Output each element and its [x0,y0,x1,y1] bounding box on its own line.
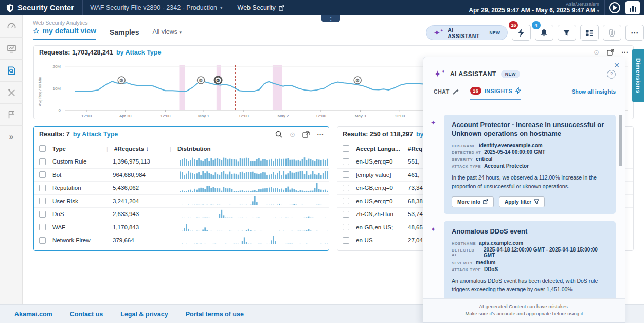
insight-title: Anomalous DDoS event [452,227,608,236]
action-toolbar: ✦✦ AI ASSISTANT NEW 16 4 ⋯ [426,25,644,41]
dimensions-panel-tab[interactable]: Dimensions [632,49,644,102]
table-row[interactable]: Custom Rule1,396,975,113 [34,155,329,169]
row-checkbox[interactable] [343,198,349,204]
chart-groupby-link[interactable]: by Attack Type [116,49,162,56]
table-more-icon[interactable]: ⋯ [317,131,324,138]
select-all-checkbox[interactable] [39,145,46,152]
filter-button[interactable] [558,25,576,41]
monitor-chart-icon [7,44,16,53]
close-icon[interactable]: ✕ [614,61,620,69]
insights-scrollbar[interactable] [619,115,622,166]
sparkle-icon: ✦✦ [434,69,445,79]
sidebar-item-web-security-analytics[interactable] [0,60,23,82]
gear-marker-icon[interactable]: ⚙ [199,78,203,83]
lightning-icon [515,87,521,94]
column-requests[interactable]: #Requests ↓ [108,146,170,152]
all-views-dropdown[interactable]: All views ▾ [152,28,182,40]
row-checkbox[interactable] [343,185,349,191]
sidebar-item-monitor[interactable] [0,38,23,60]
sidebar-item-flag[interactable] [0,104,23,126]
row-checkbox[interactable] [343,158,349,165]
footer-link-legal-privacy[interactable]: Legal & privacy [120,311,168,318]
row-checkbox[interactable] [343,211,349,218]
row-checkbox[interactable] [39,158,46,165]
meta-value: 2025-04-18 12:00:00 GMT - 2025-04-18 15:… [484,247,608,258]
row-checkbox[interactable] [39,198,46,204]
tab-samples[interactable]: Samples [110,28,139,40]
footer-link-contact-us[interactable]: Contact us [70,311,103,318]
requests-cell: 2,633,943 [106,211,173,217]
alerts-count-badge: 4 [532,21,541,29]
row-checkbox[interactable] [343,171,349,178]
tab-chat[interactable]: CHAT [434,88,459,99]
column-distribution[interactable]: Distribution [171,146,211,152]
meta-label: SEVERITY [452,261,473,265]
sidebar-expand-button[interactable]: » [0,126,23,148]
insights-button[interactable]: 16 [512,25,530,41]
requests-cell: 964,680,984 [106,172,173,178]
external-link-icon [279,5,284,11]
insight-card[interactable]: Anomalous DDoS eventHOSTNAMEapis.example… [444,221,616,298]
sidebar-item-tools[interactable] [0,82,23,104]
more-options-button[interactable]: ⋯ [625,25,644,41]
apply-filter-button[interactable]: Apply filter [499,196,545,207]
export-icon[interactable] [302,131,310,138]
row-checkbox[interactable] [39,211,46,218]
insights-count-badge: 16 [470,87,481,95]
ai-assistant-button[interactable]: ✦✦ AI ASSISTANT NEW [426,25,508,40]
gear-marker-icon[interactable]: ⚙ [216,78,221,83]
column-requests[interactable]: #Req [405,146,422,152]
ai-disclaimer: AI-generated Content can have mistakes. … [423,298,625,323]
footer-link-portal-terms-of-use[interactable]: Portal terms of use [186,311,244,318]
filter-funnel-icon [534,199,539,204]
help-icon[interactable]: ? [607,70,616,79]
table-row[interactable]: Reputation5,436,062 [34,182,329,195]
insight-card[interactable]: Account Protector - Increase in unsucces… [444,115,616,214]
attachments-button[interactable] [603,25,621,41]
show-all-insights-link[interactable]: Show all insights [571,88,616,99]
collapse-topbar-tab[interactable]: ⌄⌄ [321,15,340,22]
product-selector[interactable]: WAF Security File v2890 - 2342 - Product… [83,4,229,11]
row-checkbox[interactable] [39,224,46,230]
column-type[interactable]: Type [46,146,106,152]
requests-cell: 1,396,975,113 [106,158,173,165]
sparkle-icon: ✦ [431,226,436,233]
attack-type-cell: Reputation [46,185,106,191]
table-row[interactable]: Network Firew379,664 [34,234,329,247]
sidebar-item-dashboard[interactable] [0,15,23,38]
row-checkbox[interactable] [39,237,46,244]
export-icon[interactable] [607,49,614,56]
row-checkbox[interactable] [343,224,349,230]
table-row[interactable]: Bot964,680,984 [34,169,329,182]
web-security-link[interactable]: Web Security [230,4,292,11]
select-all-checkbox[interactable] [343,145,349,152]
gear-marker-icon[interactable]: ⚙ [355,78,360,83]
row-checkbox[interactable] [39,171,46,178]
svg-text:12:00: 12:00 [160,114,171,118]
row-checkbox[interactable] [343,237,349,244]
search-icon[interactable] [275,131,282,138]
tab-insights[interactable]: 16 INSIGHTS [470,87,521,100]
zoom-out-icon[interactable]: ⊙ [594,48,600,56]
attack-type-cell: Bot [46,172,106,178]
table-row[interactable]: User Risk3,241,204 [34,195,329,208]
chart-more-icon[interactable]: ⋯ [621,48,628,56]
play-button[interactable] [609,2,620,13]
table-row[interactable]: DoS2,633,943 [34,208,329,221]
table-row[interactable]: WAF1,170,843 [34,221,329,235]
date-range-picker[interactable]: Apr 29, 2025 9:47 AM - May 6, 2025 9:47 … [469,7,599,14]
column-accept-language[interactable]: Accept Langu... [349,146,405,152]
table-groupby-link[interactable]: by Attack Type [73,131,118,138]
row-checkbox[interactable] [39,185,46,191]
notifications-button[interactable]: 4 [535,25,553,41]
layout-button[interactable] [580,25,599,41]
tab-my-default-view[interactable]: ☆ my default view [33,27,96,40]
footer-link-akamai-com[interactable]: Akamai.com [14,311,52,318]
attack-type-cell: Custom Rule [46,158,106,165]
gear-marker-icon[interactable]: ⚙ [119,78,124,83]
flag-icon [7,110,16,119]
report-chart-button[interactable] [625,1,640,14]
more-info-button[interactable]: More info [452,196,494,207]
zoom-out-icon[interactable]: ⊙ [290,131,295,138]
meta-value: Account Protector [484,163,529,169]
